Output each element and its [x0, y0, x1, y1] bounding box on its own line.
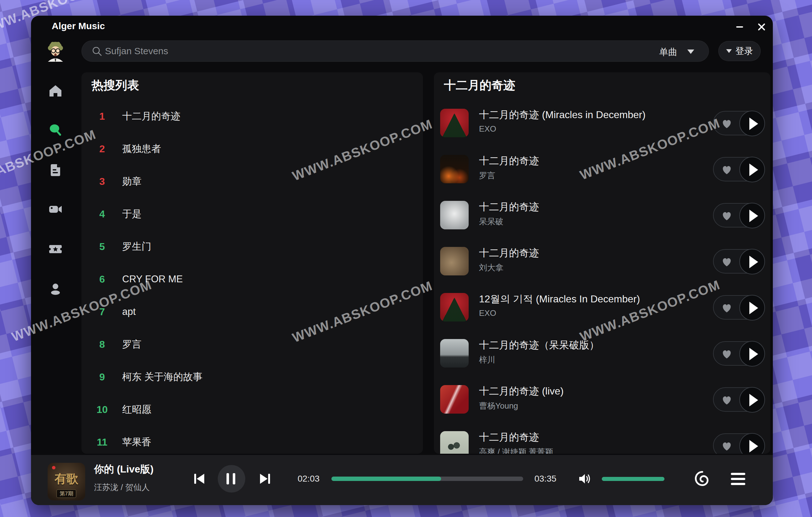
song-row[interactable]: 12월의 기적 (Miracles In December) EXO — [434, 284, 770, 330]
hot-search-label: CRY FOR ME — [122, 274, 183, 285]
play-button[interactable] — [739, 387, 765, 413]
hot-search-item[interactable]: 7apt — [82, 295, 423, 328]
hot-search-item[interactable]: 6CRY FOR ME — [82, 263, 423, 295]
sidebar-item-profile[interactable] — [47, 280, 64, 298]
album-logo-text: 有歌 — [48, 471, 85, 487]
rank-number: 3 — [92, 176, 112, 188]
like-button[interactable] — [721, 440, 733, 453]
play-button[interactable] — [739, 111, 765, 136]
document-icon — [48, 163, 63, 177]
play-button[interactable] — [739, 203, 765, 228]
user-avatar[interactable] — [45, 40, 66, 62]
hot-search-label: apt — [122, 306, 136, 317]
login-button[interactable]: 登录 — [718, 41, 761, 61]
song-row[interactable]: 十二月的奇迹 (live) 曹杨Young — [434, 376, 770, 422]
like-button[interactable] — [721, 210, 733, 222]
player-bar: 有歌 第7期 你的 (Live版) 汪苏泷 / 贺仙人 02:03 — [31, 455, 773, 505]
song-row[interactable]: 十二月的奇迹 (Miracles in December) EXO — [434, 100, 770, 146]
song-list: 十二月的奇迹 (Miracles in December) EXO 十二月的奇迹… — [434, 100, 770, 454]
sidebar-item-video[interactable] — [47, 201, 64, 218]
song-row[interactable]: 十二月的奇迹 高爽 / 谢婕颖 菁菁颖 — [434, 422, 770, 454]
song-actions — [713, 157, 763, 181]
hot-search-item[interactable]: 4于是 — [82, 198, 423, 230]
volume-button[interactable] — [577, 472, 592, 487]
play-icon — [749, 394, 758, 406]
hot-search-item[interactable]: 10红昭愿 — [82, 393, 423, 426]
chevron-down-icon[interactable] — [687, 50, 694, 54]
rank-number: 9 — [92, 371, 112, 383]
rank-number: 4 — [92, 208, 112, 220]
volume-slider[interactable] — [602, 477, 664, 481]
sidebar-item-coupon[interactable] — [47, 240, 64, 258]
heart-icon — [721, 117, 733, 130]
hot-search-item[interactable]: 8罗言 — [82, 328, 423, 361]
play-button[interactable] — [739, 157, 765, 182]
now-playing-cover[interactable]: 有歌 第7期 — [48, 463, 85, 500]
login-label: 登录 — [735, 45, 753, 57]
song-artist: 罗言 — [479, 170, 495, 181]
like-button[interactable] — [721, 164, 733, 176]
song-row[interactable]: 十二月的奇迹 呆呆破 — [434, 192, 770, 238]
play-button[interactable] — [739, 341, 765, 367]
play-icon — [749, 164, 758, 176]
hot-search-item[interactable]: 1十二月的奇迹 — [82, 100, 423, 133]
song-row[interactable]: 十二月的奇迹（呆呆破版） 梓川 — [434, 330, 770, 376]
heart-icon — [721, 302, 733, 314]
play-icon — [749, 440, 758, 453]
hot-search-item[interactable]: 3勋章 — [82, 165, 423, 198]
song-artist: EXO — [479, 124, 496, 134]
hot-search-item[interactable]: 5罗生门 — [82, 230, 423, 263]
song-artist: 呆呆破 — [479, 216, 503, 227]
now-playing-title[interactable]: 你的 (Live版) — [94, 462, 153, 476]
close-icon — [757, 22, 766, 32]
now-playing-artists[interactable]: 汪苏泷 / 贺仙人 — [94, 482, 150, 493]
album-cover — [440, 431, 469, 454]
play-button[interactable] — [739, 249, 765, 275]
song-row[interactable]: 十二月的奇迹 罗言 — [434, 146, 770, 192]
song-title: 12월의 기적 (Miracles In December) — [479, 292, 640, 306]
heart-icon — [721, 164, 733, 176]
like-button[interactable] — [721, 302, 733, 314]
song-row[interactable]: 十二月的奇迹 刘大拿 — [434, 238, 770, 284]
hot-search-item[interactable]: 2孤独患者 — [82, 133, 423, 165]
sidebar-item-articles[interactable] — [47, 161, 64, 179]
song-artist: 曹杨Young — [479, 400, 518, 411]
like-button[interactable] — [721, 256, 733, 268]
menu-icon — [731, 473, 745, 475]
hot-search-label: 苹果香 — [122, 435, 151, 449]
close-button[interactable] — [755, 21, 768, 33]
song-actions — [713, 295, 763, 320]
search-active-icon — [48, 123, 63, 137]
sidebar-item-search[interactable] — [47, 121, 64, 139]
like-button[interactable] — [721, 117, 733, 130]
previous-icon — [194, 472, 205, 485]
progress-bar[interactable] — [331, 477, 523, 481]
app-title: Alger Music — [52, 21, 105, 31]
sidebar-item-home[interactable] — [47, 82, 64, 99]
previous-button[interactable] — [194, 472, 205, 486]
album-cover — [440, 109, 469, 137]
hot-search-label: 孤独患者 — [122, 142, 161, 155]
playlist-menu-button[interactable] — [731, 470, 745, 488]
progress-fill — [331, 477, 441, 481]
pause-button[interactable] — [218, 465, 245, 493]
search-type-selector[interactable]: 单曲 — [659, 46, 677, 59]
minimize-button[interactable] — [733, 21, 747, 33]
search-input[interactable] — [105, 42, 575, 60]
hot-search-label: 于是 — [122, 207, 142, 221]
next-button[interactable] — [259, 472, 271, 486]
like-button[interactable] — [721, 394, 733, 406]
app-window: Alger Music — [31, 16, 773, 505]
heart-icon — [721, 394, 733, 406]
play-icon — [749, 117, 758, 130]
speaker-icon — [577, 472, 592, 486]
play-mode-button[interactable] — [694, 470, 711, 488]
hot-search-list: 1十二月的奇迹 2孤独患者 3勋章 4于是 5罗生门 6CRY FOR ME 7… — [82, 100, 423, 454]
hot-search-item[interactable]: 11苹果香 — [82, 426, 423, 454]
rank-number: 10 — [92, 404, 112, 415]
album-cover — [440, 339, 469, 368]
hot-search-item[interactable]: 9柯东 关于海的故事 — [82, 361, 423, 393]
play-button[interactable] — [739, 295, 765, 320]
play-button[interactable] — [739, 433, 765, 454]
like-button[interactable] — [721, 348, 733, 360]
